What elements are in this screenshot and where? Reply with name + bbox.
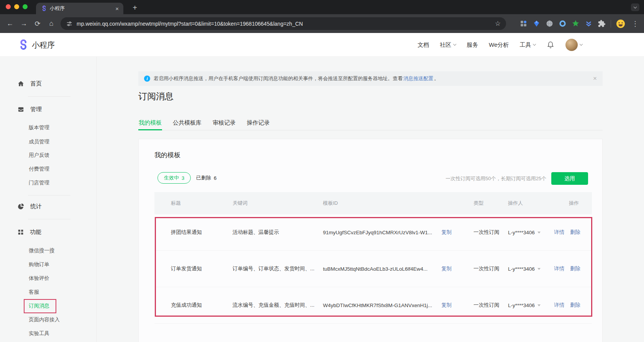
- tab-public-template-library[interactable]: 公共模板库: [172, 115, 202, 130]
- sidebar-item-page-content-access[interactable]: 页面内容接入: [29, 316, 60, 323]
- delete-link[interactable]: 删除: [570, 229, 580, 236]
- template-id: W4ybDTIwCfKHtMKR7fSfx8M-G1ANVxenH1j...: [323, 303, 441, 308]
- tab-my-templates[interactable]: 我的模板: [138, 115, 162, 130]
- my-templates-panel: 我的模板 生效中 3 已删除 6 一次性订阅可选用50个，长期订阅可选用25个 …: [138, 139, 603, 342]
- filter-deleted-count: 6: [214, 175, 216, 181]
- reload-button[interactable]: ⟳: [31, 20, 44, 28]
- sidebar-item-statistics[interactable]: 统计: [17, 202, 42, 210]
- back-button[interactable]: ←: [3, 20, 17, 28]
- tab-title: 小程序: [50, 5, 65, 12]
- diamond-extension-icon[interactable]: [533, 20, 541, 28]
- nav-item-community[interactable]: 社区: [440, 41, 456, 49]
- nav-item-docs[interactable]: 文档: [418, 41, 429, 49]
- site-settings-icon[interactable]: [66, 20, 73, 27]
- template-title: 拼团结果通知: [154, 229, 233, 236]
- tab-review-records[interactable]: 审核记录: [212, 115, 236, 130]
- caret-down-icon: [537, 268, 541, 270]
- pie-chart-icon: [17, 203, 25, 210]
- sidebar-divider: [28, 96, 70, 97]
- browser-tab-strip: 小程序 × +: [0, 0, 644, 14]
- banner-text: 若启用小程序消息推送，用户在手机客户端使用订阅消息功能的相关事件，将会推送至所配…: [154, 75, 403, 82]
- select-template-button[interactable]: 选用: [551, 172, 588, 185]
- url-text[interactable]: mp.weixin.qq.com/wxamp/newtmpl/mytmpl?st…: [77, 21, 303, 27]
- home-icon: [17, 80, 25, 87]
- logo-text: 小程序: [32, 40, 55, 50]
- chevron-down-icon: [533, 43, 536, 46]
- page-content: 首页 管理 版本管理 成员管理 用户反馈 付费管理 门店管理 统计: [0, 57, 644, 342]
- tab-operation-records[interactable]: 操作记录: [246, 115, 270, 130]
- sidebar-item-member-manage[interactable]: 成员管理: [29, 138, 49, 145]
- sidebar-item-customer-service[interactable]: 客服: [29, 289, 39, 296]
- filter-active-pill[interactable]: 生效中 3: [157, 172, 191, 184]
- operator-dropdown[interactable]: L-y****3406: [508, 230, 554, 235]
- chevrons-extension-icon[interactable]: [585, 20, 593, 28]
- ring-extension-icon[interactable]: [559, 20, 567, 28]
- star-extension-icon[interactable]: [572, 20, 580, 28]
- window-close-button[interactable]: [6, 4, 11, 9]
- sidebar-divider: [28, 195, 70, 196]
- tray-icon: [17, 106, 25, 113]
- sidebar-item-shopping-orders[interactable]: 购物订单: [29, 261, 49, 268]
- copy-link[interactable]: 复制: [441, 229, 452, 236]
- templates-table: 标题 关键词 模板ID 类型 操作人 操作 拼团结果通知 活动标题、温馨提示 9…: [154, 192, 592, 324]
- site-nav: 文档 社区 服务 We分析 工具: [418, 33, 582, 57]
- miniprogram-logo-icon: [17, 39, 28, 51]
- miniprogram-logo[interactable]: 小程序: [17, 33, 55, 57]
- address-bar[interactable]: mp.weixin.qq.com/wxamp/newtmpl/mytmpl?st…: [61, 17, 506, 30]
- notification-bell-icon[interactable]: [546, 41, 555, 49]
- profile-avatar-icon[interactable]: [616, 19, 625, 28]
- sidebar-item-wechat-search[interactable]: 微信搜一搜: [29, 247, 55, 254]
- sidebar-item-store-manage[interactable]: 门店管理: [29, 179, 49, 186]
- browser-tab[interactable]: 小程序 ×: [36, 3, 123, 14]
- browser-menu-icon[interactable]: ⋮: [630, 20, 640, 28]
- sidebar-item-subscribe-message[interactable]: 订阅消息: [29, 303, 49, 309]
- copy-link[interactable]: 复制: [441, 265, 452, 272]
- sidebar-divider: [28, 219, 70, 219]
- template-type: 一次性订阅: [474, 302, 508, 309]
- window-minimize-button[interactable]: [14, 4, 19, 9]
- grid-icon: [17, 229, 24, 235]
- template-type: 一次性订阅: [474, 265, 508, 272]
- extensions-puzzle-icon[interactable]: [598, 20, 606, 28]
- grid-extension-icon[interactable]: [519, 20, 528, 28]
- template-keywords: 订单编号、订单状态、发货时间、...: [233, 265, 323, 272]
- banner-config-link[interactable]: 消息推送配置: [403, 75, 433, 82]
- globe-extension-icon[interactable]: [546, 20, 554, 28]
- delete-link[interactable]: 删除: [570, 265, 580, 272]
- delete-link[interactable]: 删除: [570, 302, 580, 309]
- sidebar-item-home[interactable]: 首页: [17, 79, 42, 88]
- banner-close-icon[interactable]: ×: [593, 75, 597, 82]
- filter-deleted[interactable]: 已删除 6: [196, 172, 216, 184]
- detail-link[interactable]: 详情: [554, 229, 564, 236]
- bookmark-star-icon[interactable]: ☆: [495, 20, 501, 28]
- window-zoom-button[interactable]: [23, 4, 28, 9]
- detail-link[interactable]: 详情: [554, 302, 564, 309]
- col-template-id: 模板ID: [323, 200, 474, 207]
- info-banner: i 若启用小程序消息推送，用户在手机客户端使用订阅消息功能的相关事件，将会推送至…: [138, 71, 603, 86]
- toolbar-separator: [611, 20, 611, 28]
- operator-dropdown[interactable]: L-y****3406: [508, 303, 554, 308]
- operator-dropdown[interactable]: L-y****3406: [508, 266, 554, 272]
- tab-close-icon[interactable]: ×: [115, 6, 119, 12]
- nav-item-tools[interactable]: 工具: [519, 41, 536, 49]
- col-keywords: 关键词: [233, 200, 323, 207]
- detail-link[interactable]: 详情: [554, 265, 564, 272]
- sidebar-item-payment-manage[interactable]: 付费管理: [29, 166, 49, 173]
- tabstrip-overflow-button[interactable]: [631, 3, 639, 11]
- sidebar-item-experience-review[interactable]: 体验评价: [29, 275, 49, 282]
- copy-link[interactable]: 复制: [441, 302, 452, 309]
- sidebar-item-experimental-tools[interactable]: 实验工具: [29, 330, 49, 337]
- user-avatar[interactable]: [565, 39, 578, 51]
- sidebar-item-features[interactable]: 功能: [17, 228, 41, 236]
- browser-home-button[interactable]: ⌂: [44, 20, 58, 28]
- sidebar-item-user-feedback[interactable]: 用户反馈: [29, 152, 49, 159]
- forward-button[interactable]: →: [17, 20, 31, 28]
- new-tab-button[interactable]: +: [129, 2, 140, 13]
- account-menu[interactable]: [565, 39, 582, 51]
- nav-item-weanalytics[interactable]: We分析: [489, 41, 509, 49]
- sidebar: 首页 管理 版本管理 成员管理 用户反馈 付费管理 门店管理 统计: [0, 57, 97, 342]
- sidebar-item-manage[interactable]: 管理: [17, 105, 42, 113]
- nav-item-services[interactable]: 服务: [467, 41, 478, 49]
- caret-down-icon: [537, 304, 541, 306]
- sidebar-item-version-manage[interactable]: 版本管理: [29, 124, 49, 131]
